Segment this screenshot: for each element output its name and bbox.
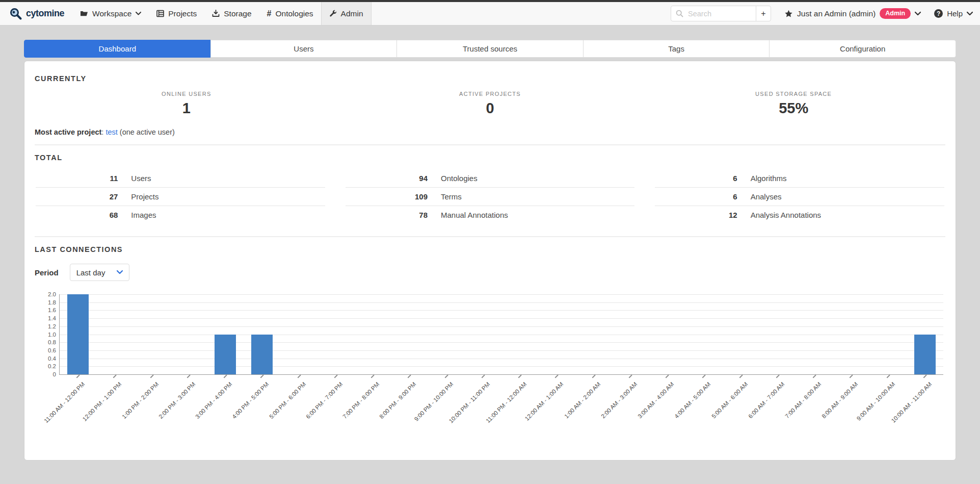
y-gridline bbox=[60, 294, 943, 295]
x-tick-label: 3:00 AM - 4:00 AM bbox=[637, 381, 675, 419]
x-tick bbox=[371, 374, 375, 378]
x-tick bbox=[518, 374, 522, 378]
y-gridline bbox=[60, 310, 943, 311]
nav-item-label: Admin bbox=[341, 9, 363, 18]
stat-label: USED STORAGE SPACE bbox=[642, 91, 945, 97]
y-gridline bbox=[60, 326, 943, 327]
x-tick-label: 2:00 PM - 3:00 PM bbox=[157, 381, 196, 420]
cytomine-logo[interactable]: cytomine bbox=[5, 2, 72, 25]
total-row-analyses: 6 Analyses bbox=[655, 187, 944, 206]
nav-item-storage[interactable]: Storage bbox=[204, 2, 259, 25]
total-grid: 11 Users 94 Ontologies 6 Algorithms 27 P… bbox=[36, 169, 944, 224]
dashboard-panel: CURRENTLY ONLINE USERS 1 ACTIVE PROJECTS… bbox=[24, 61, 956, 461]
x-tick-label: 5:00 AM - 6:00 AM bbox=[710, 381, 749, 419]
nav-item-workspace[interactable]: Workspace bbox=[72, 2, 149, 25]
total-value: 68 bbox=[36, 211, 131, 219]
x-tick bbox=[444, 374, 448, 378]
period-label: Period bbox=[35, 268, 59, 277]
last-connections-heading: LAST CONNECTIONS bbox=[35, 245, 945, 253]
total-value: 11 bbox=[36, 174, 131, 183]
x-tick-label: 3:00 PM - 4:00 PM bbox=[194, 381, 233, 420]
x-tick-label: 9:00 AM - 10:00 AM bbox=[855, 381, 896, 422]
chevron-down-icon bbox=[117, 270, 123, 274]
x-tick-label: 10:00 PM - 11:00 PM bbox=[448, 381, 491, 424]
nav-item-admin[interactable]: Admin bbox=[321, 2, 372, 25]
most-active-project-link[interactable]: test bbox=[105, 128, 117, 136]
x-tick bbox=[482, 374, 485, 378]
navbar: cytomine Workspace Project bbox=[0, 2, 980, 26]
user-name: Just an Admin (admin) bbox=[797, 9, 876, 18]
x-tick-label: 12:00 PM - 1:00 PM bbox=[82, 381, 123, 422]
storage-icon bbox=[212, 10, 220, 17]
x-tick bbox=[187, 374, 191, 378]
x-tick bbox=[113, 374, 117, 378]
tab-tags[interactable]: Tags bbox=[583, 40, 770, 58]
last-connections-chart: 2.01.81.61.41.21.00.80.60.40.2011:00 AM … bbox=[59, 294, 943, 375]
x-tick bbox=[702, 374, 706, 378]
tab-trusted-sources[interactable]: Trusted sources bbox=[396, 40, 584, 58]
tab-configuration[interactable]: Configuration bbox=[769, 40, 956, 58]
x-tick bbox=[408, 374, 411, 378]
stat-active-projects: ACTIVE PROJECTS 0 bbox=[338, 91, 642, 117]
y-tick-label: 1.2 bbox=[48, 323, 56, 329]
total-label: Algorithms bbox=[751, 174, 787, 183]
section-divider bbox=[35, 144, 945, 145]
total-value: 6 bbox=[655, 192, 750, 201]
x-tick-label: 7:00 PM - 8:00 PM bbox=[341, 381, 380, 420]
folder-open-icon bbox=[80, 10, 88, 18]
nav-item-projects[interactable]: Projects bbox=[149, 2, 204, 25]
search-input[interactable] bbox=[687, 9, 748, 18]
x-tick bbox=[776, 374, 780, 378]
star-icon bbox=[784, 10, 793, 18]
total-value: 6 bbox=[655, 174, 750, 183]
total-row-analysis-annotations: 12 Analysis Annotations bbox=[655, 206, 944, 224]
most-active-project-line: Most active project: test (one active us… bbox=[35, 128, 945, 136]
user-menu[interactable]: Just an Admin (admin) Admin bbox=[784, 8, 921, 19]
total-row-manual-annotations: 78 Manual Annotations bbox=[346, 206, 635, 224]
total-label: Analysis Annotations bbox=[751, 211, 821, 219]
section-divider bbox=[35, 236, 945, 237]
y-tick-label: 0.8 bbox=[48, 339, 56, 345]
chevron-down-icon bbox=[915, 12, 921, 16]
total-row-projects: 27 Projects bbox=[36, 187, 325, 206]
help-menu[interactable]: ? Help bbox=[934, 9, 973, 18]
total-row-algorithms: 6 Algorithms bbox=[655, 169, 944, 187]
tab-users[interactable]: Users bbox=[210, 40, 398, 58]
y-tick-label: 0 bbox=[53, 371, 56, 377]
total-row-terms: 109 Terms bbox=[346, 187, 635, 206]
x-tick bbox=[555, 374, 559, 378]
search-box bbox=[671, 6, 756, 21]
y-gridline bbox=[60, 302, 943, 303]
x-tick bbox=[224, 374, 227, 378]
x-tick bbox=[260, 374, 264, 378]
x-tick-label: 8:00 AM - 9:00 AM bbox=[820, 381, 859, 419]
add-button[interactable]: + bbox=[756, 6, 771, 21]
nav-item-label: Projects bbox=[168, 9, 197, 18]
chart-bar bbox=[251, 335, 273, 375]
x-tick-label: 4:00 PM - 5:00 PM bbox=[231, 381, 270, 420]
x-tick bbox=[629, 374, 632, 378]
total-row-users: 11 Users bbox=[36, 169, 325, 187]
currently-stats: ONLINE USERS 1 ACTIVE PROJECTS 0 USED ST… bbox=[35, 91, 945, 117]
y-gridline bbox=[60, 359, 943, 359]
stat-value: 55% bbox=[642, 100, 945, 117]
x-tick bbox=[297, 374, 301, 378]
x-tick bbox=[886, 374, 890, 378]
x-tick-label: 7:00 AM - 8:00 AM bbox=[784, 381, 822, 419]
projects-icon bbox=[156, 10, 164, 17]
total-value: 27 bbox=[36, 192, 131, 201]
x-tick-label: 1:00 PM - 2:00 PM bbox=[121, 381, 160, 420]
x-tick bbox=[923, 374, 927, 378]
stat-label: ACTIVE PROJECTS bbox=[338, 91, 642, 97]
x-tick-label: 12:00 AM - 1:00 AM bbox=[524, 381, 565, 422]
stat-value: 0 bbox=[338, 100, 642, 117]
x-tick bbox=[813, 374, 816, 378]
y-tick-label: 1.4 bbox=[48, 315, 56, 321]
period-select[interactable]: Last day bbox=[70, 264, 129, 281]
chart-plot: 2.01.81.61.41.21.00.80.60.40.2011:00 AM … bbox=[59, 294, 943, 375]
stat-label: ONLINE USERS bbox=[35, 91, 338, 97]
nav-item-ontologies[interactable]: # Ontologies bbox=[259, 2, 321, 25]
total-row-ontologies: 94 Ontologies bbox=[346, 169, 635, 187]
x-tick-label: 11:00 AM - 12:00 PM bbox=[43, 381, 86, 424]
tab-dashboard[interactable]: Dashboard bbox=[24, 40, 211, 58]
